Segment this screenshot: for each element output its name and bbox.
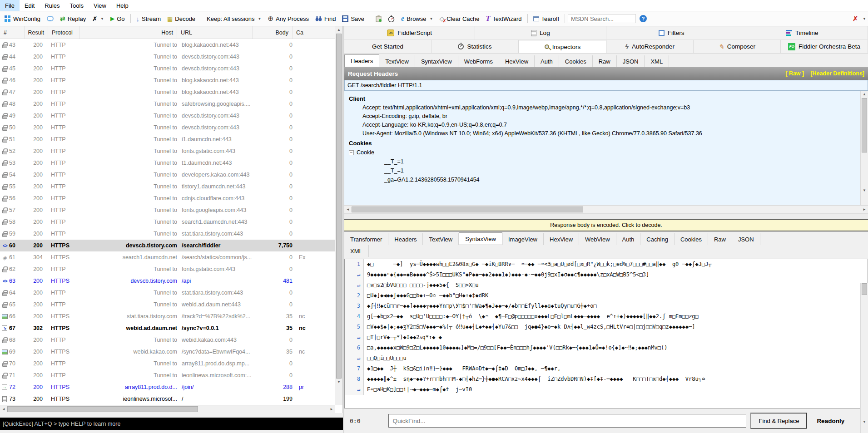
tree-collapse-icon[interactable] — [349, 150, 354, 155]
tab-item[interactable]: SyntaxView — [415, 55, 458, 67]
tab-item[interactable]: Composer — [694, 40, 781, 53]
raw-link[interactable]: [ Raw ] — [785, 70, 804, 77]
scrollbar-thumb[interactable] — [336, 34, 342, 379]
editor-line[interactable]: □□Q□i□□U□□□u — [345, 353, 868, 364]
column-header-protocol[interactable]: Protocol — [48, 26, 80, 39]
tab-item[interactable]: Statistics — [432, 40, 519, 53]
tab-item[interactable]: WebView — [579, 233, 616, 245]
column-header-host[interactable]: Host — [80, 26, 177, 39]
table-row[interactable]: 69 200 HTTPS webid.kakao.com /sync?data=… — [0, 346, 335, 358]
clipboard-button[interactable] — [373, 14, 384, 24]
menu-item[interactable]: Help — [111, 0, 134, 11]
tab-item[interactable]: AutoResponder — [606, 40, 694, 53]
winconfig-button[interactable]: WinConfig — [2, 14, 43, 24]
header-line[interactable]: Accept-Encoding: gzip, deflate, br — [349, 112, 857, 121]
editor-line[interactable]: □T|□rV◆─┬*)◆I◆◆2ᴧq*↑◆ ◆ — [345, 332, 868, 343]
quickfind-input[interactable] — [388, 414, 746, 428]
tab-item[interactable]: ImageView — [502, 233, 544, 245]
tab-item[interactable]: JSON — [732, 233, 760, 245]
editor-line[interactable]: 7 ◆1□◆◆ J┼ kS□&□i)n‼}─}◆◆◆ FRWA≏Dt◆─◆⌠‡◆… — [345, 364, 868, 374]
table-row[interactable]: 46 200 HTTP Tunnel to blog.kakaocdn.net:… — [0, 74, 335, 86]
table-row[interactable]: 64 200 HTTP Tunnel to stat.tiara.tistory… — [0, 287, 335, 299]
menu-item[interactable]: File — [0, 0, 20, 11]
tab-item[interactable]: Get Started — [344, 40, 432, 53]
timer-button[interactable] — [385, 14, 397, 24]
tab-item[interactable]: Raw — [593, 55, 617, 67]
table-row[interactable]: 58 200 HTTP Tunnel to search1.daumcdn.ne… — [0, 216, 335, 228]
table-row[interactable]: 62 200 HTTP Tunnel to fonts.gstatic.com:… — [0, 263, 335, 275]
help-button[interactable]: ? — [637, 14, 650, 24]
tab-item[interactable]: Headers — [388, 233, 423, 245]
tab-item[interactable]: Log — [475, 26, 606, 39]
column-header-caching[interactable]: Ca — [293, 26, 335, 39]
editor-line[interactable]: 1 ◆□ ─◆] ys─Ü◆◆◆◆wh□□E2&08x□G◆ ─◆iK□BRR∨… — [345, 259, 868, 270]
replay-button[interactable]: ⇄ Replay — [57, 14, 89, 24]
cookie-value[interactable]: __T_=1 — [349, 157, 857, 166]
editor-line[interactable]: E±□aH□K□]□□i|¬◆─◆◆◆─m◆⌠◆t j─vI0 — [345, 384, 868, 395]
table-row[interactable]: 63 200 HTTPS devscb.tistory.com /api 481 — [0, 275, 335, 287]
save-button[interactable]: Save — [339, 14, 367, 24]
tab-item[interactable]: TextView — [423, 233, 459, 245]
tab-item[interactable]: WebForms — [458, 55, 499, 67]
scroll-up-icon[interactable]: ▲ — [335, 26, 342, 34]
decode-button[interactable]: ▦ Decode — [164, 14, 198, 24]
tearoff-button[interactable]: Tearoff — [531, 14, 562, 24]
table-row[interactable]: 51 200 HTTP Tunnel to i1.daumcdn.net:443… — [0, 133, 335, 145]
table-row[interactable]: 56 200 HTTP Tunnel to cdnjs.cloudflare.c… — [0, 192, 335, 204]
tab-item[interactable]: Inspectors — [519, 40, 606, 53]
table-row[interactable]: 55 200 HTTP Tunnel to tistory1.daumcdn.n… — [0, 181, 335, 192]
tab-item[interactable]: XML — [344, 245, 369, 257]
table-row[interactable]: 48 200 HTTP Tunnel to safebrowsing.googl… — [0, 98, 335, 110]
scrollbar-thumb[interactable] — [862, 98, 867, 153]
scroll-left-icon[interactable]: ◄ — [344, 206, 352, 213]
scrollbar-thumb[interactable] — [862, 283, 867, 295]
remove-sessions-button[interactable]: ✗▼ — [89, 14, 107, 24]
go-button[interactable]: ▶ Go — [108, 14, 128, 24]
tab-item[interactable]: Caching — [640, 233, 675, 245]
table-row[interactable]: 57 200 HTTP Tunnel to fonts.googleapis.c… — [0, 204, 335, 216]
table-row[interactable]: 52 200 HTTP Tunnel to fonts.gstatic.com:… — [0, 145, 335, 157]
msdn-search-input[interactable] — [568, 14, 636, 23]
column-header-url[interactable]: URL — [177, 26, 253, 39]
editor-line[interactable]: 6 □a,◆◆◆◆◆x□W□9□Z□L◆◆◆◆◆10◆◆◆◆ᵳ]◆M□=/□9□… — [345, 343, 868, 353]
menu-item[interactable]: Edit — [20, 0, 40, 11]
tab-item[interactable]: Transformer — [344, 233, 388, 245]
tab-item[interactable]: JSON — [617, 55, 645, 67]
table-row[interactable]: 44 200 HTTP Tunnel to devscb.tistory.com… — [0, 51, 335, 63]
editor-line[interactable]: □v□s2□bVU□□□_□□□□-j◆◆◆5◆{ S□□>X□u — [345, 280, 868, 290]
find-button[interactable]: Find — [312, 14, 338, 24]
header-definitions-link[interactable]: [Header Definitions] — [810, 70, 864, 77]
clear-cache-button[interactable]: ◇ Clear Cache — [436, 14, 482, 24]
tab-item[interactable]: FiddlerScript — [344, 26, 475, 39]
table-row[interactable]: 54 200 HTTP Tunnel to developers.kakao.c… — [0, 169, 335, 181]
textwizard-button[interactable]: T TextWizard — [483, 13, 524, 24]
table-row[interactable]: 45 200 HTTP Tunnel to devscb.tistory.com… — [0, 63, 335, 74]
cookie-value[interactable]: __T_=1 — [349, 166, 857, 175]
session-vertical-scrollbar[interactable]: ▲ ▼ — [335, 26, 342, 405]
scroll-right-icon[interactable]: ► — [328, 406, 335, 413]
table-row[interactable]: 70 200 HTTP Tunnel to array811.prod.do.d… — [0, 358, 335, 369]
quickexec-bar[interactable]: [QuickExec] ALT+Q > type HELP to learn m… — [0, 418, 343, 430]
table-row[interactable]: 50 200 HTTP Tunnel to devscb.tistory.com… — [0, 122, 335, 133]
session-horizontal-scrollbar[interactable]: ◄ ► — [0, 405, 335, 413]
table-row[interactable]: 43 200 HTTP Tunnel to blog.kakaocdn.net:… — [0, 39, 335, 51]
tab-item[interactable]: Raw — [708, 233, 732, 245]
table-row[interactable]: 61 304 HTTPS search1.daumcdn.net /search… — [0, 251, 335, 263]
editor-line[interactable]: 4 g[─◆b□x2─◆◆ s□U□'U□□□□:◆─ΩY|‡┬ó \◆≏ ◆¶… — [345, 311, 868, 322]
tab-item[interactable]: Cookies — [559, 55, 593, 67]
syntaxview-editor[interactable]: 1 ◆□ ─◆] ys─Ü◆◆◆◆wh□□E2&08x□G◆ ─◆iK□BRR∨… — [344, 259, 868, 408]
stream-button[interactable]: ↓ Stream — [134, 14, 164, 24]
table-row[interactable]: 66 200 HTTPS stat.tiara.tistory.com /tra… — [0, 310, 335, 322]
table-row[interactable]: 53 200 HTTP Tunnel to t1.daumcdn.net:443… — [0, 157, 335, 169]
toolbar-overflow-icon[interactable]: ▼ — [863, 17, 866, 21]
tab-item[interactable]: XML — [645, 55, 669, 67]
tab-item[interactable]: Timeline — [737, 26, 868, 39]
editor-line[interactable]: 9◆◆◆◆◆ⁿ◆{◆◆=◆B◆◆◆◆^Ś>5I□□□UKS"◆P◆◆─◆◆2◆◆… — [345, 270, 868, 280]
scrollbar-thumb[interactable] — [7, 406, 198, 412]
table-row[interactable]: 68 200 HTTP Tunnel to webid.kakao.com:44… — [0, 334, 335, 346]
response-encoded-banner[interactable]: Response body is encoded. Click to decod… — [344, 219, 868, 231]
comment-button[interactable] — [44, 15, 56, 23]
table-row[interactable]: 59 200 HTTP Tunnel to stat.tiara.tistory… — [0, 228, 335, 240]
find-replace-button[interactable]: Find & Replace — [751, 413, 807, 428]
panel-splitter[interactable] — [344, 213, 868, 219]
